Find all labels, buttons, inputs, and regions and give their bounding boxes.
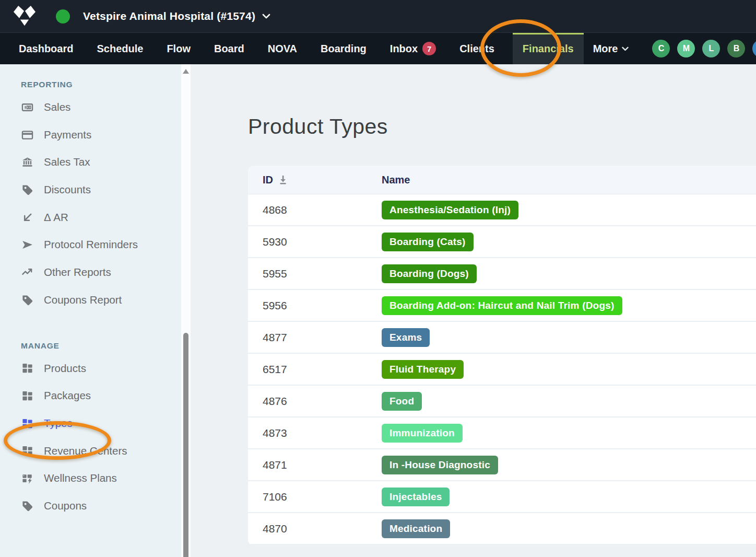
row-id: 4873	[248, 427, 382, 439]
scroll-up-arrow-icon[interactable]	[183, 69, 189, 74]
nav-item-flow[interactable]: Flow	[167, 33, 191, 64]
type-badge[interactable]: Anesthesia/Sedation (Inj)	[382, 201, 518, 219]
table-row[interactable]: 4870Medication	[248, 513, 756, 545]
nav-item-financials[interactable]: Financials	[513, 33, 584, 64]
practice-selector[interactable]: Vetspire Animal Hospital (#1574)	[83, 10, 270, 22]
tag-icon	[21, 294, 34, 306]
sidebar-item-sales[interactable]: Sales	[0, 94, 181, 121]
nav-item-more[interactable]: More	[593, 33, 629, 64]
type-badge[interactable]: In -House Diagnostic	[382, 456, 498, 474]
nav-item-inbox[interactable]: Inbox7	[390, 33, 436, 64]
avatar[interactable]: B	[727, 40, 745, 57]
type-badge[interactable]: Boarding (Cats)	[382, 233, 474, 251]
sidebar-item-ar[interactable]: Δ AR	[0, 204, 181, 231]
table-row[interactable]: 6517Fluid Therapy	[248, 354, 756, 386]
nav-item-schedule[interactable]: Schedule	[97, 33, 143, 64]
nav-item-label: Financials	[523, 43, 574, 55]
row-id: 4870	[248, 523, 382, 535]
row-name-cell: Medication	[382, 519, 450, 538]
row-name-cell: Boarding (Cats)	[382, 233, 474, 251]
sidebar-item-packages[interactable]: Packages	[0, 382, 181, 410]
sidebar-item-label: Δ AR	[44, 210, 68, 225]
row-id: 4868	[248, 204, 382, 216]
nav-item-nova[interactable]: NOVA	[268, 33, 297, 64]
row-name-cell: Food	[382, 392, 422, 411]
type-badge[interactable]: Medication	[382, 519, 450, 538]
sidebar-section-title: REPORTING	[21, 80, 181, 89]
sidebar-scrollbar[interactable]	[181, 64, 191, 557]
sidebar-item-label: Sales	[44, 100, 70, 115]
sidebar-item-coupons-report[interactable]: Coupons Report	[0, 286, 181, 314]
table-row[interactable]: 4871In -House Diagnostic	[248, 449, 756, 481]
sidebar-item-protocol-reminders[interactable]: Protocol Reminders	[0, 231, 181, 259]
sidebar-item-types[interactable]: Types	[0, 410, 181, 437]
avatar[interactable]: C	[652, 40, 670, 57]
avatar[interactable]: M	[677, 40, 695, 57]
status-dot	[56, 9, 70, 24]
sidebar-item-products[interactable]: Products	[0, 355, 181, 382]
row-name-cell: Boarding (Dogs)	[382, 264, 477, 283]
row-name-cell: Immunization	[382, 424, 463, 443]
column-header-id[interactable]: ID	[248, 174, 382, 186]
table-row[interactable]: 4868Anesthesia/Sedation (Inj)	[248, 194, 756, 226]
sidebar-item-payments[interactable]: Payments	[0, 121, 181, 149]
row-id: 4876	[248, 395, 382, 408]
table-row[interactable]: 4876Food	[248, 386, 756, 417]
type-badge[interactable]: Fluid Therapy	[382, 360, 464, 379]
table-row[interactable]: 5930Boarding (Cats)	[248, 226, 756, 258]
sidebar: REPORTINGSalesPaymentsSales TaxDiscounts…	[0, 64, 181, 557]
page-title: Product Types	[248, 114, 756, 139]
paper-plane-icon	[21, 239, 34, 251]
type-badge[interactable]: Boarding (Dogs)	[382, 264, 477, 283]
sidebar-item-label: Sales Tax	[44, 155, 90, 170]
grid-icon	[21, 390, 34, 402]
content-area: REPORTINGSalesPaymentsSales TaxDiscounts…	[0, 64, 756, 557]
avatar[interactable]: B	[752, 40, 756, 57]
type-badge[interactable]: Food	[382, 392, 422, 411]
sidebar-item-wellness-plans[interactable]: Wellness Plans	[0, 465, 181, 492]
tag-icon	[21, 184, 34, 196]
nav-item-label: Board	[214, 43, 244, 55]
row-id: 7106	[248, 491, 382, 503]
sidebar-item-label: Wellness Plans	[44, 471, 117, 486]
column-header-id-label: ID	[263, 174, 273, 186]
sidebar-item-discounts[interactable]: Discounts	[0, 176, 181, 204]
nav-item-boarding[interactable]: Boarding	[321, 33, 367, 64]
row-name-cell: In -House Diagnostic	[382, 456, 498, 474]
column-header-name[interactable]: Name	[382, 174, 410, 186]
row-id: 5955	[248, 268, 382, 280]
table-row[interactable]: 4877Exams	[248, 322, 756, 354]
row-name-cell: Anesthesia/Sedation (Inj)	[382, 201, 518, 219]
sidebar-item-sales-tax[interactable]: Sales Tax	[0, 148, 181, 176]
avatar[interactable]: L	[702, 40, 720, 57]
table-row[interactable]: 4873Immunization	[248, 417, 756, 449]
type-badge[interactable]: Immunization	[382, 424, 463, 443]
main-panel: Product Types ID Name 4868Anesthesia/Sed…	[191, 64, 756, 557]
scrollbar-thumb[interactable]	[183, 333, 188, 557]
practice-name: Vetspire Animal Hospital (#1574)	[83, 10, 255, 22]
sidebar-item-revenue-centers[interactable]: Revenue Centers	[0, 437, 181, 465]
sidebar-item-other-reports[interactable]: Other Reports	[0, 259, 181, 286]
sidebar-section-title: MANAGE	[21, 341, 181, 351]
sidebar-item-coupons[interactable]: Coupons	[0, 492, 181, 520]
table-row[interactable]: 7106Injectables	[248, 481, 756, 513]
type-badge[interactable]: Boarding Add-on: Haircut and Nail Trim (…	[382, 296, 622, 315]
row-id: 5956	[248, 299, 382, 312]
nav-item-board[interactable]: Board	[214, 33, 244, 64]
nav-item-label: Dashboard	[19, 43, 73, 55]
type-badge[interactable]: Exams	[382, 328, 430, 347]
row-id: 4871	[248, 459, 382, 471]
table-row[interactable]: 5955Boarding (Dogs)	[248, 258, 756, 290]
type-badge[interactable]: Injectables	[382, 488, 450, 506]
row-name-cell: Boarding Add-on: Haircut and Nail Trim (…	[382, 296, 622, 315]
nav-item-label: NOVA	[268, 43, 297, 55]
nav-item-clients[interactable]: Clients	[459, 33, 494, 64]
chevron-down-icon	[262, 14, 270, 19]
chart-line-icon	[21, 266, 34, 278]
grid-icon	[21, 362, 34, 374]
chevron-down-icon	[622, 47, 629, 51]
nav-item-label: Boarding	[321, 43, 367, 55]
nav-item-dashboard[interactable]: Dashboard	[19, 33, 73, 64]
vetspire-logo[interactable]	[13, 5, 37, 27]
table-row[interactable]: 5956Boarding Add-on: Haircut and Nail Tr…	[248, 290, 756, 322]
